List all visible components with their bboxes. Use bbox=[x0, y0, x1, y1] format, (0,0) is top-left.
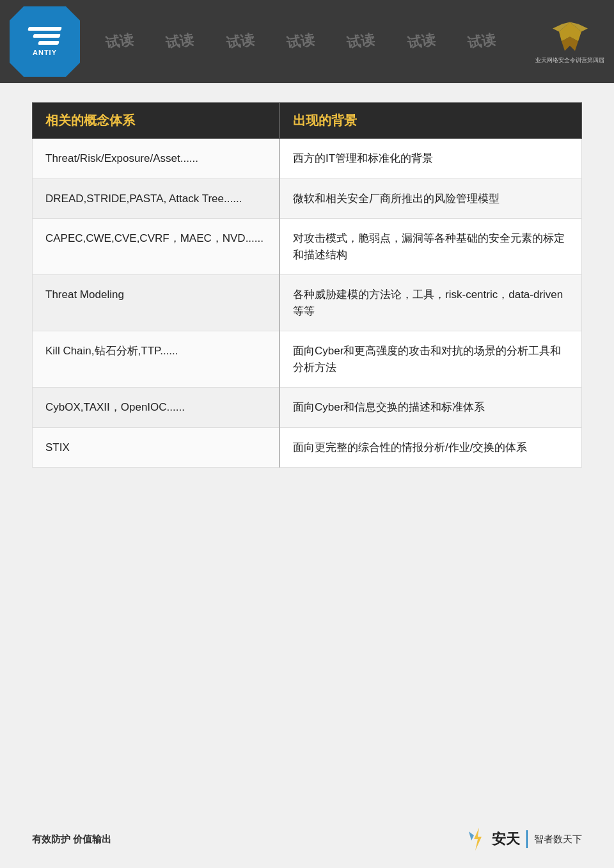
table-header-row: 相关的概念体系 出现的背景 bbox=[33, 103, 582, 139]
right-logo-label: 业天网络安全令训营第四届 bbox=[535, 56, 604, 65]
table-row: Threat/Risk/Exposure/Asset......西方的IT管理和… bbox=[33, 139, 582, 179]
table-cell-col1: CAPEC,CWE,CVE,CVRF，MAEC，NVD...... bbox=[33, 219, 280, 275]
table-cell-col2: 对攻击模式，脆弱点，漏洞等各种基础的安全元素的标定和描述结构 bbox=[279, 219, 581, 275]
table-cell-col2: 面向更完整的综合性的情报分析/作业/交换的体系 bbox=[279, 427, 581, 468]
table-cell-col2: 微软和相关安全厂商所推出的风险管理模型 bbox=[279, 178, 581, 219]
concepts-table: 相关的概念体系 出现的背景 Threat/Risk/Exposure/Asset… bbox=[32, 102, 582, 468]
page-header: ANTIY 试读 试读 试读 试读 试读 试读 试读 业天网络安全令训营第四届 bbox=[0, 0, 614, 83]
table-cell-col2: 面向Cyber和信息交换的描述和标准体系 bbox=[279, 388, 581, 428]
table-row: Threat Modeling各种威胁建模的方法论，工具，risk-centri… bbox=[33, 275, 582, 331]
footer-right: 安天 智者数天下 bbox=[465, 826, 582, 852]
header-wm-3: 试读 bbox=[225, 30, 256, 53]
header-wm-7: 试读 bbox=[466, 30, 497, 53]
header-wm-4: 试读 bbox=[285, 30, 316, 53]
footer-divider bbox=[526, 830, 528, 848]
col2-header: 出现的背景 bbox=[279, 103, 581, 139]
header-watermarks: 试读 试读 试读 试读 试读 试读 试读 bbox=[0, 0, 614, 83]
table-row: CybOX,TAXII，OpenIOC......面向Cyber和信息交换的描述… bbox=[33, 388, 582, 428]
logo-stripe-2 bbox=[33, 34, 61, 38]
table-row: DREAD,STRIDE,PASTA, Attack Tree......微软和… bbox=[33, 178, 582, 219]
svg-marker-4 bbox=[474, 828, 482, 851]
table-row: Kill Chain,钻石分析,TTP......面向Cyber和更高强度的攻击… bbox=[33, 331, 582, 388]
right-logo-svg bbox=[546, 19, 594, 54]
header-wm-6: 试读 bbox=[406, 30, 437, 53]
footer-logo-svg bbox=[465, 826, 489, 852]
table-cell-col1: STIX bbox=[33, 427, 280, 468]
table-cell-col1: DREAD,STRIDE,PASTA, Attack Tree...... bbox=[33, 178, 280, 219]
logo-stripe-1 bbox=[28, 27, 62, 31]
footer-logo-box: 安天 智者数天下 bbox=[465, 826, 582, 852]
logo-stripe-3 bbox=[38, 41, 59, 45]
antiy-logo: ANTIY bbox=[10, 6, 80, 77]
table-cell-col1: Threat/Risk/Exposure/Asset...... bbox=[33, 139, 280, 179]
table-cell-col2: 西方的IT管理和标准化的背景 bbox=[279, 139, 581, 179]
table-row: CAPEC,CWE,CVE,CVRF，MAEC，NVD......对攻击模式，脆… bbox=[33, 219, 582, 275]
footer-slogan: 智者数天下 bbox=[534, 833, 582, 846]
header-wm-2: 试读 bbox=[165, 30, 196, 53]
table-row: STIX面向更完整的综合性的情报分析/作业/交换的体系 bbox=[33, 427, 582, 468]
footer-left-text: 有效防护 价值输出 bbox=[32, 833, 111, 846]
main-content: 相关的概念体系 出现的背景 Threat/Risk/Exposure/Asset… bbox=[32, 102, 582, 804]
table-cell-col2: 各种威胁建模的方法论，工具，risk-centric，data-driven等等 bbox=[279, 275, 581, 331]
table-cell-col2: 面向Cyber和更高强度的攻击和对抗的场景的分析工具和分析方法 bbox=[279, 331, 581, 388]
logo-label: ANTIY bbox=[33, 49, 57, 56]
logo-stripes bbox=[28, 27, 61, 45]
svg-marker-5 bbox=[469, 832, 474, 840]
table-body: Threat/Risk/Exposure/Asset......西方的IT管理和… bbox=[33, 139, 582, 468]
table-cell-col1: Kill Chain,钻石分析,TTP...... bbox=[33, 331, 280, 388]
page-footer: 有效防护 价值输出 安天 智者数天下 bbox=[32, 826, 582, 852]
footer-brand-name: 安天 bbox=[492, 830, 520, 849]
table-cell-col1: Threat Modeling bbox=[33, 275, 280, 331]
header-wm-5: 试读 bbox=[345, 30, 376, 53]
table-cell-col1: CybOX,TAXII，OpenIOC...... bbox=[33, 388, 280, 428]
header-right-logo: 业天网络安全令训营第四届 bbox=[535, 19, 604, 65]
header-wm-1: 试读 bbox=[104, 30, 135, 53]
col1-header: 相关的概念体系 bbox=[33, 103, 280, 139]
